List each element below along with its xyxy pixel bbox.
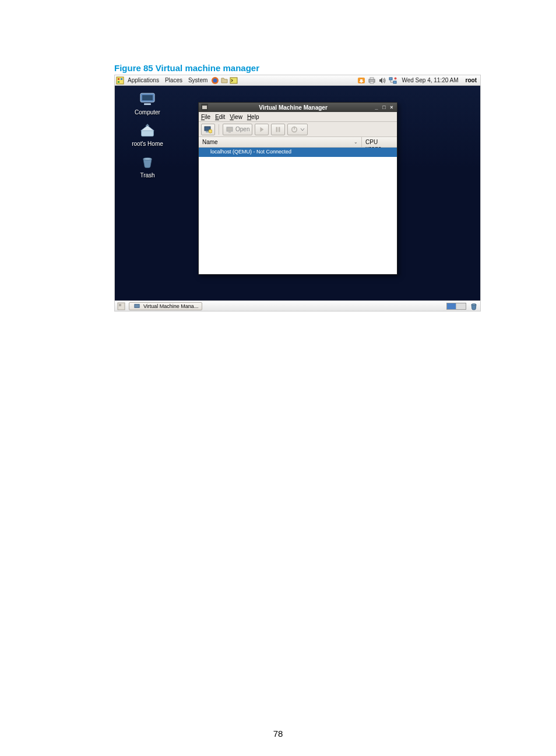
menu-file[interactable]: File (201, 114, 210, 120)
computer-label: Computer (131, 109, 164, 116)
column-header-cpu[interactable]: CPU usage (362, 137, 397, 147)
svg-rect-0 (117, 77, 124, 84)
update-icon[interactable] (357, 76, 365, 85)
taskbar-app-label: Virtual Machine Mana... (143, 303, 198, 309)
monitor-icon (226, 125, 234, 134)
svg-rect-25 (228, 132, 231, 133)
desktop-icon-trash[interactable]: Trash (131, 155, 164, 178)
vmm-toolbar: Open (199, 122, 397, 137)
svg-rect-31 (119, 304, 121, 306)
power-icon (290, 125, 298, 134)
svg-rect-16 (144, 103, 151, 105)
gnome-bottom-panel: Virtual Machine Mana... (115, 300, 480, 311)
svg-rect-11 (389, 78, 392, 80)
minimize-button[interactable]: _ (374, 104, 379, 110)
svg-rect-32 (135, 304, 139, 307)
svg-rect-26 (276, 127, 278, 132)
trash-applet-icon[interactable] (470, 302, 478, 310)
monitor-new-icon (204, 125, 212, 134)
column-header-name[interactable]: Name ⌄ (199, 137, 362, 147)
svg-rect-9 (370, 78, 374, 79)
svg-rect-12 (393, 81, 396, 83)
applications-icon (116, 76, 124, 85)
svg-rect-1 (118, 78, 119, 80)
svg-rect-27 (279, 127, 280, 132)
places-menu[interactable]: Places (163, 77, 185, 83)
network-icon[interactable] (389, 76, 397, 85)
menu-view[interactable]: View (230, 114, 242, 120)
workspace-2[interactable] (456, 303, 466, 309)
svg-rect-24 (227, 127, 233, 131)
open-button[interactable]: Open (223, 124, 252, 135)
connection-row[interactable]: localhost (QEMU) - Not Connected (199, 148, 397, 157)
datetime-label[interactable]: Wed Sep 4, 11:20 AM (399, 77, 460, 83)
desktop-icon-computer[interactable]: Computer (131, 92, 164, 116)
file-manager-icon[interactable] (220, 76, 228, 85)
volume-icon[interactable] (378, 76, 386, 85)
desktop-icon-home[interactable]: root's Home (131, 123, 164, 147)
svg-point-5 (213, 78, 217, 82)
pause-button[interactable] (271, 124, 285, 135)
chevron-down-icon (300, 125, 305, 134)
open-label: Open (235, 126, 249, 132)
svg-point-13 (395, 77, 397, 79)
svg-rect-10 (370, 82, 374, 83)
svg-rect-15 (142, 95, 153, 100)
vmm-window: Virtual Machine Manager _ □ × File Edit … (198, 102, 397, 275)
firefox-icon[interactable] (211, 76, 219, 85)
svg-rect-3 (118, 81, 119, 83)
pause-icon (274, 125, 282, 134)
toolbar-divider (219, 124, 219, 135)
terminal-icon[interactable] (230, 76, 238, 85)
maximize-button[interactable]: □ (381, 104, 387, 110)
home-label: root's Home (131, 141, 164, 147)
vmm-taskbar-icon (133, 302, 141, 310)
trash-label: Trash (131, 172, 164, 178)
svg-rect-2 (121, 78, 122, 80)
system-menu[interactable]: System (186, 77, 210, 83)
printer-icon[interactable] (368, 76, 376, 85)
applications-menu[interactable]: Applications (125, 77, 161, 83)
page-number: 78 (273, 729, 283, 738)
svg-rect-20 (202, 106, 207, 109)
svg-rect-6 (230, 78, 237, 83)
menu-help[interactable]: Help (247, 114, 259, 120)
vmm-title-text: Virtual Machine Manager (213, 104, 374, 111)
desktop-area: Computer root's Home Trash Virtual Machi… (115, 86, 480, 300)
vmm-list-body: localhost (QEMU) - Not Connected (199, 148, 397, 274)
vmm-menubar: File Edit View Help (199, 112, 397, 122)
gnome-top-panel: Applications Places System (115, 75, 480, 86)
run-button[interactable] (255, 124, 269, 135)
shutdown-button[interactable] (287, 124, 308, 135)
play-icon (258, 125, 266, 134)
svg-point-33 (471, 303, 476, 304)
menu-edit[interactable]: Edit (215, 114, 225, 120)
figure-caption: Figure 85 Virtual machine manager (114, 63, 259, 73)
svg-rect-17 (142, 130, 154, 136)
column-name-label: Name (202, 139, 218, 145)
svg-point-18 (143, 158, 152, 160)
vmm-app-icon (201, 104, 208, 111)
taskbar-vmm-button[interactable]: Virtual Machine Mana... (129, 302, 202, 310)
screenshot-container: Applications Places System (114, 75, 481, 312)
svg-point-23 (209, 130, 212, 133)
workspace-1[interactable] (447, 303, 456, 309)
close-button[interactable]: × (389, 104, 395, 110)
vmm-column-headers: Name ⌄ CPU usage (199, 137, 397, 148)
sort-indicator-icon: ⌄ (354, 139, 358, 145)
new-vm-button[interactable] (201, 124, 215, 135)
username-label[interactable]: root (463, 77, 479, 83)
show-desktop-icon[interactable] (117, 302, 125, 310)
workspace-switcher[interactable] (446, 303, 466, 310)
vmm-titlebar[interactable]: Virtual Machine Manager _ □ × (199, 103, 397, 112)
